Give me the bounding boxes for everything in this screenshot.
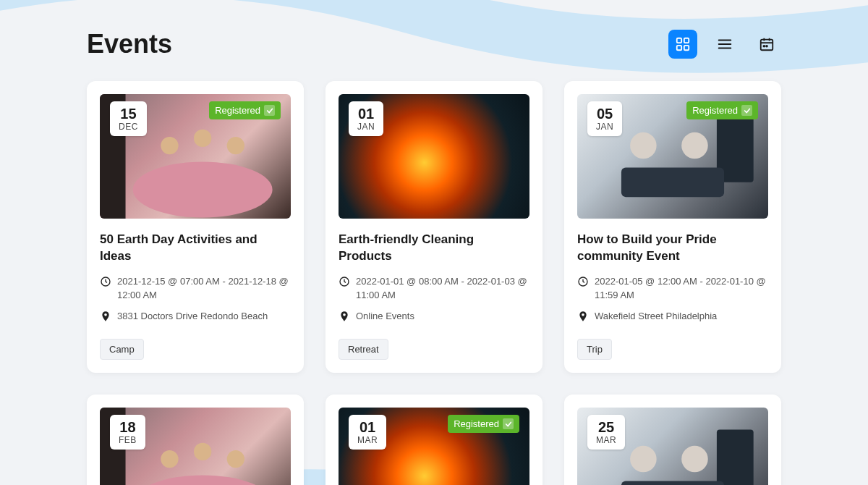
date-day: 01 bbox=[357, 419, 378, 435]
event-tag[interactable]: Trip bbox=[577, 339, 612, 360]
svg-point-21 bbox=[630, 132, 657, 159]
event-location: 3831 Doctors Drive Redondo Beach bbox=[117, 310, 268, 324]
event-time-row: 2022-01-01 @ 08:00 AM - 2022-01-03 @ 11:… bbox=[339, 275, 529, 303]
date-day: 05 bbox=[596, 106, 613, 122]
event-location-row: Online Events bbox=[339, 310, 529, 326]
svg-rect-7 bbox=[761, 40, 773, 51]
event-card[interactable]: 01 JAN Earth-friendly Cleaning Products … bbox=[326, 81, 542, 373]
svg-rect-33 bbox=[621, 481, 724, 485]
check-icon bbox=[741, 105, 752, 116]
event-card[interactable]: 25 MAR bbox=[564, 395, 781, 485]
event-time: 2021-12-15 @ 07:00 AM - 2021-12-18 @ 12:… bbox=[117, 275, 291, 303]
check-icon bbox=[503, 418, 514, 429]
date-month: DEC bbox=[119, 122, 138, 132]
date-badge: 18 FEB bbox=[110, 415, 145, 450]
event-tag[interactable]: Retreat bbox=[339, 339, 388, 360]
svg-rect-2 bbox=[677, 46, 681, 50]
svg-rect-23 bbox=[621, 168, 724, 198]
date-badge: 01 JAN bbox=[349, 101, 383, 136]
clock-icon bbox=[577, 276, 589, 292]
registered-badge: Registered bbox=[209, 101, 281, 119]
svg-rect-0 bbox=[677, 38, 681, 43]
event-image: 25 MAR bbox=[577, 408, 768, 485]
event-time: 2022-01-01 @ 08:00 AM - 2022-01-03 @ 11:… bbox=[356, 275, 529, 303]
clock-icon bbox=[339, 276, 350, 292]
location-icon bbox=[100, 311, 111, 326]
svg-point-25 bbox=[133, 476, 273, 485]
svg-rect-1 bbox=[684, 38, 689, 43]
date-month: MAR bbox=[596, 435, 616, 445]
svg-point-32 bbox=[681, 446, 708, 473]
calendar-view-button[interactable] bbox=[752, 30, 781, 59]
event-location-row: 3831 Doctors Drive Redondo Beach bbox=[100, 310, 291, 326]
date-month: MAR bbox=[357, 435, 378, 445]
date-day: 18 bbox=[119, 419, 137, 435]
event-image: 15 DEC Registered bbox=[100, 94, 291, 219]
date-month: JAN bbox=[357, 122, 375, 132]
registered-badge: Registered bbox=[448, 415, 519, 433]
event-title: 50 Earth Day Activities and Ideas bbox=[100, 232, 291, 265]
date-day: 15 bbox=[119, 106, 138, 122]
event-card[interactable]: 01 MAR Registered bbox=[326, 395, 542, 485]
svg-point-13 bbox=[133, 161, 273, 217]
svg-rect-3 bbox=[684, 46, 689, 50]
list-view-button[interactable] bbox=[710, 30, 739, 59]
event-location-row: Wakefield Street Philadelphia bbox=[577, 310, 768, 326]
page-header: Events bbox=[87, 29, 781, 59]
svg-point-29 bbox=[227, 450, 244, 468]
svg-point-22 bbox=[681, 132, 708, 159]
clock-icon bbox=[100, 276, 111, 292]
grid-icon bbox=[675, 36, 691, 52]
date-day: 01 bbox=[357, 106, 375, 122]
event-time: 2022-01-05 @ 12:00 AM - 2022-01-10 @ 11:… bbox=[595, 275, 768, 303]
registered-label: Registered bbox=[215, 105, 260, 116]
event-title: How to Build your Pride community Event bbox=[577, 232, 768, 265]
registered-badge: Registered bbox=[686, 101, 758, 119]
date-month: FEB bbox=[119, 435, 137, 445]
svg-rect-30 bbox=[717, 430, 754, 485]
registered-label: Registered bbox=[454, 418, 499, 429]
event-card[interactable]: 05 JAN Registered How to Build your Prid… bbox=[564, 81, 781, 373]
list-icon bbox=[717, 36, 733, 52]
event-title: Earth-friendly Cleaning Products bbox=[339, 232, 529, 265]
view-switcher bbox=[668, 30, 781, 59]
event-time-row: 2022-01-05 @ 12:00 AM - 2022-01-10 @ 11:… bbox=[577, 275, 768, 303]
event-image: 05 JAN Registered bbox=[577, 94, 768, 219]
registered-label: Registered bbox=[692, 105, 738, 116]
event-location: Online Events bbox=[356, 310, 414, 324]
svg-point-28 bbox=[194, 443, 211, 460]
svg-point-27 bbox=[161, 450, 178, 468]
svg-point-11 bbox=[763, 46, 765, 47]
event-image: 18 FEB bbox=[100, 408, 291, 485]
svg-point-15 bbox=[161, 137, 178, 154]
event-tag[interactable]: Camp bbox=[100, 339, 144, 360]
location-icon bbox=[577, 311, 589, 326]
date-badge: 05 JAN bbox=[587, 101, 622, 136]
date-badge: 25 MAR bbox=[587, 415, 625, 450]
event-location: Wakefield Street Philadelphia bbox=[595, 310, 717, 324]
event-time-row: 2021-12-15 @ 07:00 AM - 2021-12-18 @ 12:… bbox=[100, 275, 291, 303]
svg-point-17 bbox=[227, 137, 244, 154]
event-card[interactable]: 18 FEB bbox=[87, 395, 304, 485]
page-title: Events bbox=[87, 29, 172, 59]
calendar-icon bbox=[759, 36, 775, 52]
date-month: JAN bbox=[596, 122, 613, 132]
date-day: 25 bbox=[596, 419, 616, 435]
check-icon bbox=[264, 105, 275, 116]
location-icon bbox=[339, 311, 350, 326]
event-image: 01 MAR Registered bbox=[339, 408, 529, 485]
events-grid: 15 DEC Registered 50 Earth Day Activitie… bbox=[87, 81, 781, 485]
svg-point-12 bbox=[766, 46, 767, 47]
date-badge: 15 DEC bbox=[110, 101, 147, 136]
event-image: 01 JAN bbox=[339, 94, 529, 219]
grid-view-button[interactable] bbox=[668, 30, 697, 59]
date-badge: 01 MAR bbox=[349, 415, 386, 450]
svg-point-31 bbox=[630, 446, 657, 473]
svg-point-16 bbox=[194, 130, 211, 147]
event-card[interactable]: 15 DEC Registered 50 Earth Day Activitie… bbox=[87, 81, 304, 373]
